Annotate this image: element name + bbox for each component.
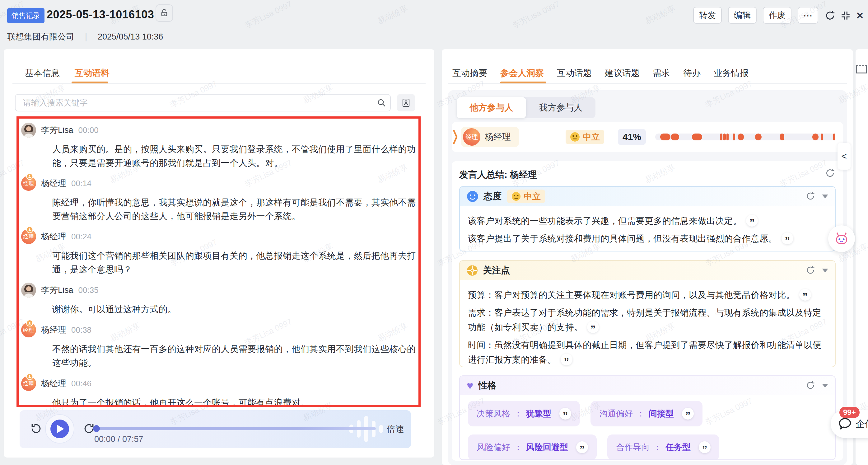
smiley-icon xyxy=(467,191,478,202)
speaker-summary-title: 发言人总结: 杨经理 xyxy=(459,169,537,181)
speaker-name: 杨经理 xyxy=(41,324,66,336)
watermark-text: 易动纷享 xyxy=(376,3,410,27)
personality-header: ♥ 性格 xyxy=(460,376,835,395)
collapse-caret-icon[interactable] xyxy=(822,269,828,272)
playback-time: 00:00 / 07:57 xyxy=(94,435,144,444)
unread-badge: 99+ xyxy=(839,407,860,418)
attitude-line: 该客户对系统的一些功能表示了兴趣，但需要更多的信息来做出决定。 xyxy=(468,213,827,228)
speech-segment xyxy=(738,134,744,140)
quote-source-icon[interactable] xyxy=(746,215,758,227)
quote-source-icon[interactable] xyxy=(561,354,572,366)
playback-speed-button[interactable]: 倍速 xyxy=(387,423,404,435)
message-text: 谢谢你。可以通过这种方式的。 xyxy=(52,302,420,316)
sentiment-label: 中立 xyxy=(583,132,600,143)
trait-tag[interactable]: 决策风格：犹豫型 xyxy=(468,401,580,427)
tab-interaction-topics[interactable]: 互动话题 xyxy=(557,67,592,79)
chat-label: 企信 xyxy=(856,418,868,431)
tab-suggested-topics[interactable]: 建议话题 xyxy=(605,67,640,79)
message-text: 不然的话我们其他还有一百多的这种对应的人员需要报销的，他们其实用不到我们这些核心… xyxy=(52,342,420,370)
close-icon[interactable]: × xyxy=(854,9,866,22)
collapse-caret-icon[interactable] xyxy=(822,384,828,387)
void-button[interactable]: 作废 xyxy=(763,7,792,24)
search-input[interactable] xyxy=(16,98,373,108)
quote-source-icon[interactable] xyxy=(682,408,694,419)
refresh-icon[interactable] xyxy=(806,192,816,201)
tab-requirements[interactable]: 需求 xyxy=(653,67,670,79)
refresh-icon[interactable] xyxy=(824,9,836,22)
lock-button[interactable] xyxy=(156,4,173,22)
collapse-caret-icon[interactable] xyxy=(822,195,828,198)
message-timestamp: 00:24 xyxy=(71,232,91,241)
avatar-manager: 经理 xyxy=(21,376,36,391)
speaker-filter-button[interactable] xyxy=(397,94,415,111)
focus-section: 关注点 预算：客户对预算的关注主要体现在对账号费用的询问，以及与其他竞品价格对比… xyxy=(459,260,836,367)
tab-participant-insight[interactable]: 参会人洞察 xyxy=(500,67,544,79)
attitude-header: 态度 中立 xyxy=(460,187,835,206)
edit-button[interactable]: 编辑 xyxy=(728,7,756,24)
collapse-panel-handle[interactable]: < xyxy=(838,143,850,170)
refresh-icon[interactable] xyxy=(806,265,816,275)
transcript-message[interactable]: 经理 杨经理 00:46 他只为了一个报销的话，他再开这么一个账号，可能有点浪费… xyxy=(21,376,420,410)
trait-tag[interactable]: 合作导向：任务型 xyxy=(607,435,719,460)
talk-ratio: 41% xyxy=(618,129,646,145)
vip-badge-icon xyxy=(26,173,33,180)
focus-title: 关注点 xyxy=(483,264,510,277)
speech-segment xyxy=(660,134,671,140)
transcript-message[interactable]: 李芳Lisa 00:35 谢谢你。可以通过这种方式的。 xyxy=(21,283,420,316)
play-button[interactable] xyxy=(51,419,69,438)
tab-business-intel[interactable]: 业务情报 xyxy=(714,67,748,79)
speech-timeline[interactable] xyxy=(655,134,835,140)
speech-segment xyxy=(821,134,823,140)
sentiment-tag: 中立 xyxy=(566,130,604,144)
tab-interaction-summary[interactable]: 互动摘要 xyxy=(452,67,487,79)
neutral-face-icon xyxy=(512,192,521,201)
side-panel-icon[interactable] xyxy=(856,65,867,74)
toggle-our-party[interactable]: 我方参与人 xyxy=(526,97,595,118)
forward-button[interactable]: 转发 xyxy=(693,7,722,24)
chevron-left-icon: < xyxy=(841,151,847,162)
refresh-icon[interactable] xyxy=(825,168,835,178)
transcript-message[interactable]: 经理 杨经理 00:24 可能我们这个营销的那些相关团队的跟项目有关的，他总报销… xyxy=(21,229,420,277)
contacts-icon xyxy=(401,98,411,107)
speech-segment xyxy=(780,134,784,140)
speech-segment xyxy=(733,134,735,140)
more-button[interactable]: ⋯ xyxy=(798,7,818,24)
speaker-name: 杨经理 xyxy=(41,178,66,189)
progress-knob[interactable] xyxy=(93,425,100,432)
refresh-icon[interactable] xyxy=(806,381,816,390)
participant-insight-body: 他方参与人 我方参与人 经理 杨经理 中立 41% 发言人总结: 杨经理 xyxy=(448,90,847,465)
quote-source-icon[interactable] xyxy=(576,441,588,453)
heart-icon: ♥ xyxy=(467,379,473,392)
search-icon[interactable] xyxy=(373,98,390,107)
avatar-lisa xyxy=(21,123,36,138)
tab-basic-info[interactable]: 基本信息 xyxy=(25,67,60,79)
quote-source-icon[interactable] xyxy=(781,233,793,244)
quote-source-icon[interactable] xyxy=(559,408,571,419)
quote-source-icon[interactable] xyxy=(699,441,711,453)
tab-todos[interactable]: 待办 xyxy=(683,67,701,79)
avatar-lisa xyxy=(21,283,36,297)
participant-chip[interactable]: 经理 杨经理 xyxy=(461,127,519,147)
transcript-message[interactable]: 经理 杨经理 00:38 不然的话我们其他还有一百多的这种对应的人员需要报销的，… xyxy=(21,322,420,370)
ai-assistant-button[interactable] xyxy=(828,225,855,252)
participant-row[interactable]: 经理 杨经理 中立 41% xyxy=(452,122,843,152)
progress-track[interactable] xyxy=(96,427,376,430)
trait-tag[interactable]: 风险偏好：风险回避型 xyxy=(468,435,597,460)
vip-badge-icon xyxy=(26,226,33,233)
attitude-line: 该客户提出了关于系统对接和费用的具体问题，但没有表现出强烈的合作意愿。 xyxy=(468,231,827,246)
record-datetime: 2025/05/13 10:36 xyxy=(98,32,163,42)
quote-source-icon[interactable] xyxy=(799,289,811,301)
transcript-message[interactable]: 李芳Lisa 00:00 人员来购买的。是的，按照人头来购买。只要我们登录系统，… xyxy=(21,123,420,170)
toggle-other-party[interactable]: 他方参与人 xyxy=(457,97,526,118)
transcript-message[interactable]: 经理 杨经理 00:14 陈经理，你听懂我的意思，我其实想说的就是这个，那这样有… xyxy=(21,176,420,223)
replay-icon[interactable] xyxy=(30,423,42,435)
quote-source-icon[interactable] xyxy=(587,321,599,333)
tab-interaction-corpus[interactable]: 互动语料 xyxy=(75,67,110,79)
enterprise-chat-button[interactable]: 99+ 企信 xyxy=(831,410,868,438)
trait-tag[interactable]: 沟通偏好：间接型 xyxy=(590,401,703,427)
speech-segment xyxy=(833,134,835,140)
selected-marker-icon xyxy=(452,128,459,146)
speaker-name: 杨经理 xyxy=(41,231,66,242)
message-timestamp: 00:38 xyxy=(71,325,91,335)
exit-fullscreen-icon[interactable] xyxy=(839,9,852,22)
